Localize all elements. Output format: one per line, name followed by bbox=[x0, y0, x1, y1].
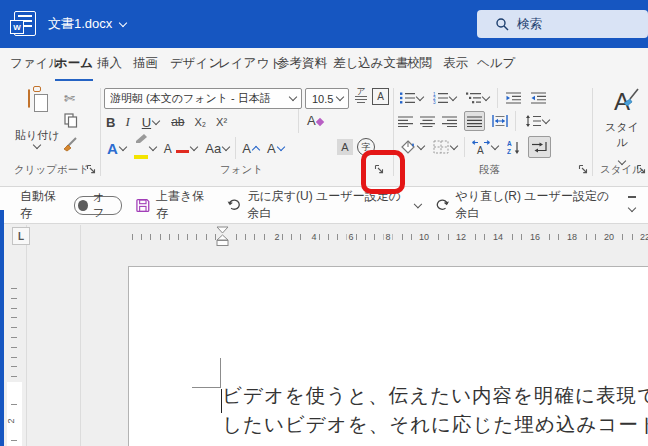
chevron-down-icon bbox=[190, 142, 198, 150]
shrink-font-button[interactable]: A bbox=[265, 138, 286, 158]
font-name-combo[interactable]: 游明朝 (本文のフォント - 日本語 bbox=[104, 88, 302, 109]
character-border-button[interactable]: A bbox=[372, 88, 389, 105]
svg-text:Z: Z bbox=[507, 148, 511, 155]
chevron-down-icon bbox=[119, 18, 127, 26]
styles-dialog-launcher[interactable] bbox=[634, 162, 648, 176]
paste-clipboard-icon bbox=[28, 89, 30, 108]
align-right-button[interactable] bbox=[442, 116, 457, 127]
ribbon-tab-row: ファイル ホーム 挿入 描画 デザイン レイアウト 参考資料 差し込み文書 校閲… bbox=[0, 48, 648, 82]
document-title[interactable]: 文書1.docx bbox=[48, 0, 126, 48]
tab-file[interactable]: ファイル bbox=[10, 48, 61, 79]
font-color-button[interactable]: A bbox=[162, 138, 199, 158]
bullets-icon bbox=[400, 92, 415, 104]
font-size-combo[interactable]: 10.5 bbox=[305, 88, 349, 109]
chevron-down-icon bbox=[482, 92, 490, 100]
clipboard-dialog-launcher[interactable] bbox=[84, 162, 98, 176]
italic-button[interactable]: I bbox=[125, 114, 129, 130]
multilevel-list-button[interactable] bbox=[464, 88, 491, 108]
decrease-indent-icon bbox=[506, 92, 521, 104]
copy-icon[interactable] bbox=[64, 113, 78, 128]
underline-button[interactable]: U bbox=[140, 112, 161, 132]
multilevel-list-icon bbox=[466, 92, 481, 104]
tab-draw[interactable]: 描画 bbox=[133, 48, 158, 79]
tab-mailings[interactable]: 差し込み文書 bbox=[333, 48, 409, 79]
numbering-button[interactable]: 1 2 3 bbox=[431, 88, 458, 108]
styles-group: A スタイル スタイル bbox=[592, 82, 648, 187]
character-scaling-button[interactable]: A bbox=[470, 137, 500, 157]
chevron-down-icon bbox=[491, 141, 499, 149]
chevron-down-icon bbox=[542, 115, 550, 123]
save-floppy-icon bbox=[136, 198, 150, 213]
clear-formatting-button[interactable]: A bbox=[307, 111, 316, 129]
chevron-down-icon bbox=[449, 92, 457, 100]
paste-button[interactable] bbox=[28, 90, 30, 108]
justify-button[interactable] bbox=[464, 111, 485, 131]
document-line: したいビデオを、それに応じた埋め込みコードの形式 bbox=[222, 410, 648, 439]
styles-button[interactable]: A スタイル bbox=[604, 88, 640, 168]
cut-icon[interactable]: ✄ bbox=[64, 91, 75, 106]
indent-marker[interactable] bbox=[216, 226, 229, 247]
caret-down-icon bbox=[276, 142, 284, 150]
font-group-label: フォント bbox=[220, 163, 263, 177]
tab-home[interactable]: ホーム bbox=[55, 48, 93, 81]
word-logo-icon: W bbox=[14, 11, 36, 36]
align-left-button[interactable] bbox=[398, 116, 413, 127]
paint-bucket-icon bbox=[400, 140, 416, 154]
text-effects-button[interactable]: A bbox=[105, 138, 128, 158]
borders-button[interactable] bbox=[431, 137, 459, 157]
caret-up-icon bbox=[252, 146, 260, 154]
word-window: W 文書1.docx 検索 ファイル ホーム 挿入 描画 デザイン レイアウト … bbox=[0, 0, 648, 446]
qat-overflow-button[interactable] bbox=[628, 196, 636, 213]
bullets-button[interactable] bbox=[398, 88, 425, 108]
bold-button[interactable]: B bbox=[106, 115, 115, 130]
style-brush-icon bbox=[622, 88, 642, 108]
svg-text:A: A bbox=[477, 145, 484, 155]
title-bar: W 文書1.docx 検索 bbox=[0, 0, 648, 48]
justify-icon bbox=[467, 116, 482, 127]
line-spacing-button[interactable] bbox=[523, 111, 551, 131]
increase-indent-button[interactable] bbox=[529, 88, 548, 108]
tab-design[interactable]: デザイン bbox=[170, 48, 221, 79]
tab-references[interactable]: 参考資料 bbox=[277, 48, 327, 79]
grow-font-button[interactable]: A bbox=[240, 138, 261, 158]
save-button[interactable]: 上書き保存 bbox=[136, 188, 211, 222]
format-painter-icon[interactable] bbox=[62, 136, 79, 153]
text-highlight-button[interactable] bbox=[132, 138, 158, 158]
distribute-button[interactable] bbox=[492, 115, 508, 127]
search-box[interactable]: 検索 bbox=[477, 10, 648, 38]
strikethrough-button[interactable]: ab bbox=[171, 115, 184, 129]
clipboard-group: 貼り付け ✄ クリップボード bbox=[0, 82, 100, 187]
autosave-label: 自動保存 bbox=[20, 188, 64, 222]
tab-view[interactable]: 表示 bbox=[443, 48, 468, 79]
chevron-down-icon bbox=[416, 92, 424, 100]
redo-button[interactable]: やり直し(R) ユーザー設定の余白 bbox=[435, 188, 618, 222]
tab-help[interactable]: ヘルプ bbox=[477, 48, 515, 79]
clipboard-group-label: クリップボード bbox=[14, 163, 89, 177]
decrease-indent-button[interactable] bbox=[504, 88, 523, 108]
svg-text:3: 3 bbox=[433, 100, 436, 104]
chevron-down-icon bbox=[289, 93, 297, 101]
ruby-button[interactable]: ア bbox=[353, 87, 369, 103]
chevron-down-icon bbox=[149, 142, 157, 150]
superscript-button[interactable]: X² bbox=[216, 116, 227, 128]
subscript-button[interactable]: X₂ bbox=[194, 116, 206, 128]
chevron-down-icon bbox=[417, 141, 425, 149]
paragraph-group-label: 段落 bbox=[479, 163, 500, 177]
align-center-button[interactable] bbox=[420, 116, 435, 127]
tab-layout[interactable]: レイアウト bbox=[218, 48, 282, 79]
tab-insert[interactable]: 挿入 bbox=[97, 48, 122, 79]
quick-access-toolbar: 自動保存 オフ 上書き保存 元に戻す(U) ユーザー設定の余白 bbox=[0, 187, 648, 224]
margin-corner-mark bbox=[220, 358, 221, 388]
change-case-button[interactable]: Aa bbox=[203, 138, 231, 158]
paragraph-dialog-launcher[interactable] bbox=[576, 162, 590, 176]
autosave-toggle[interactable]: オフ bbox=[74, 196, 122, 215]
undo-history-chevron[interactable] bbox=[414, 199, 422, 207]
redo-icon bbox=[435, 199, 450, 212]
tab-review[interactable]: 校閲 bbox=[407, 48, 432, 79]
sort-button[interactable]: A Z bbox=[505, 137, 523, 157]
character-shading-button[interactable]: A bbox=[337, 139, 353, 155]
numbering-icon: 1 2 3 bbox=[433, 92, 448, 104]
document-text[interactable]: ビデオを使うと、伝えたい内容を明確に表現できます したいビデオを、それに応じた埋… bbox=[222, 381, 648, 439]
show-formatting-marks-button[interactable] bbox=[528, 136, 551, 158]
font-group: 游明朝 (本文のフォント - 日本語 10.5 ア A B I U ab X₂ bbox=[100, 82, 393, 187]
